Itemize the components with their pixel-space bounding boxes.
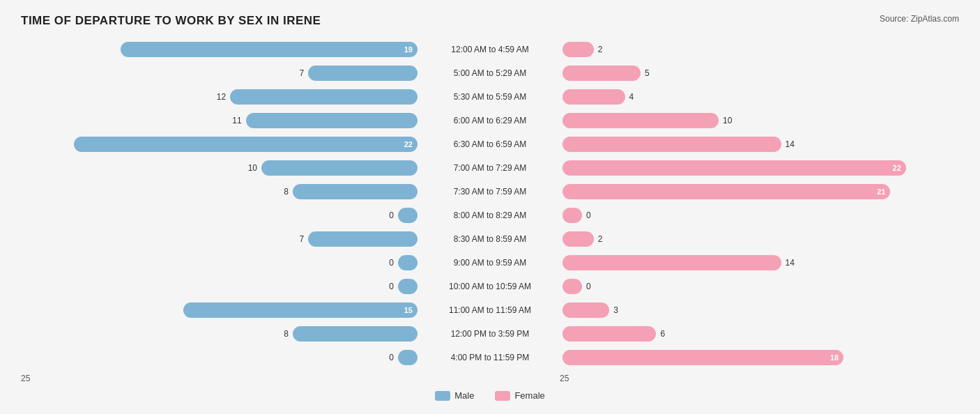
bar-male-value: 8 bbox=[276, 187, 289, 197]
bar-male bbox=[398, 350, 418, 365]
left-section: 0 bbox=[21, 279, 420, 294]
left-section: 0 bbox=[21, 208, 420, 223]
bar-female bbox=[562, 137, 781, 152]
bar-row: 116:00 AM to 6:29 AM10 bbox=[21, 110, 959, 131]
bar-row: 125:30 AM to 5:59 AM4 bbox=[21, 86, 959, 107]
bar-female bbox=[562, 42, 594, 57]
bar-female: 22 bbox=[562, 160, 906, 176]
bar-female-value: 18 bbox=[825, 353, 843, 362]
time-label: 12:00 PM to 3:59 PM bbox=[420, 329, 560, 339]
right-section: 21 bbox=[560, 184, 959, 199]
left-section: 8 bbox=[21, 326, 420, 342]
chart-container: TIME OF DEPARTURE TO WORK BY SEX IN IREN… bbox=[0, 0, 980, 414]
bar-male-value: 0 bbox=[381, 353, 394, 362]
bar-male bbox=[230, 89, 418, 105]
axis-left: 25 bbox=[21, 374, 423, 383]
right-section: 6 bbox=[560, 326, 959, 342]
time-label: 11:00 AM to 11:59 AM bbox=[420, 305, 560, 315]
bar-female bbox=[562, 255, 781, 270]
bar-row: 08:00 AM to 8:29 AM0 bbox=[21, 205, 959, 226]
legend-female-box bbox=[495, 391, 510, 401]
right-section: 3 bbox=[560, 302, 959, 318]
axis-left-max: 25 bbox=[21, 374, 30, 383]
axis-right: 25 bbox=[557, 374, 959, 383]
bar-male-value: 7 bbox=[291, 234, 304, 244]
bar-row: 010:00 AM to 10:59 AM0 bbox=[21, 276, 959, 297]
right-section: 2 bbox=[560, 42, 959, 57]
bar-male-value: 0 bbox=[381, 258, 394, 268]
chart-title: TIME OF DEPARTURE TO WORK BY SEX IN IREN… bbox=[21, 14, 321, 28]
bar-female-value: 2 bbox=[598, 45, 611, 54]
legend-male: Male bbox=[435, 390, 474, 401]
bar-male-value: 0 bbox=[381, 210, 394, 220]
legend-male-label: Male bbox=[454, 390, 474, 401]
bar-male: 19 bbox=[121, 42, 418, 57]
right-section: 10 bbox=[560, 113, 959, 128]
time-label: 8:30 AM to 8:59 AM bbox=[420, 234, 560, 244]
bar-male bbox=[293, 326, 418, 342]
bar-female bbox=[562, 66, 641, 81]
axis-row: 25 25 bbox=[21, 374, 959, 383]
bar-male bbox=[308, 231, 418, 247]
bar-female-value: 14 bbox=[786, 139, 798, 149]
bar-female bbox=[562, 113, 719, 128]
bar-male-value: 12 bbox=[213, 92, 226, 102]
bar-female-value: 14 bbox=[786, 258, 798, 268]
bar-female-value: 0 bbox=[586, 210, 599, 220]
bar-female bbox=[562, 89, 625, 105]
time-label: 7:00 AM to 7:29 AM bbox=[420, 163, 560, 173]
left-section: 7 bbox=[21, 231, 420, 247]
chart-body: 1912:00 AM to 4:59 AM275:00 AM to 5:29 A… bbox=[21, 39, 959, 368]
chart-source: Source: ZipAtlas.com bbox=[880, 14, 959, 24]
bar-row: 1912:00 AM to 4:59 AM2 bbox=[21, 39, 959, 60]
right-section: 14 bbox=[560, 137, 959, 152]
bar-female-value: 10 bbox=[723, 116, 735, 125]
time-label: 9:00 AM to 9:59 AM bbox=[420, 258, 560, 268]
bar-male-value: 10 bbox=[245, 163, 257, 173]
left-section: 7 bbox=[21, 66, 420, 81]
time-label: 12:00 AM to 4:59 AM bbox=[420, 45, 560, 54]
left-section: 0 bbox=[21, 350, 420, 365]
right-section: 2 bbox=[560, 231, 959, 247]
bar-female bbox=[562, 208, 582, 223]
bar-row: 09:00 AM to 9:59 AM14 bbox=[21, 252, 959, 273]
bar-female-value: 4 bbox=[629, 92, 642, 102]
bar-female-value: 22 bbox=[888, 164, 906, 172]
right-section: 22 bbox=[560, 160, 959, 176]
bar-male bbox=[293, 184, 418, 199]
bar-row: 1511:00 AM to 11:59 AM3 bbox=[21, 300, 959, 321]
left-section: 12 bbox=[21, 89, 420, 105]
right-section: 0 bbox=[560, 279, 959, 294]
bar-female-value: 3 bbox=[613, 305, 626, 315]
bar-male-value: 19 bbox=[399, 45, 418, 54]
bar-male: 15 bbox=[183, 302, 418, 318]
bar-male bbox=[398, 279, 418, 294]
bar-male-value: 8 bbox=[276, 329, 289, 339]
time-label: 5:30 AM to 5:59 AM bbox=[420, 92, 560, 102]
bar-male-value: 0 bbox=[381, 282, 394, 291]
left-section: 15 bbox=[21, 302, 420, 318]
time-label: 4:00 PM to 11:59 PM bbox=[420, 353, 560, 362]
bar-row: 75:00 AM to 5:29 AM5 bbox=[21, 63, 959, 84]
right-section: 0 bbox=[560, 208, 959, 223]
bar-male bbox=[308, 66, 418, 81]
legend: Male Female bbox=[21, 390, 959, 401]
bar-female bbox=[562, 326, 656, 342]
bar-female bbox=[562, 231, 594, 247]
bar-female-value: 6 bbox=[660, 329, 673, 339]
bar-male-value: 11 bbox=[229, 116, 242, 125]
time-label: 6:30 AM to 6:59 AM bbox=[420, 139, 560, 149]
bar-row: 226:30 AM to 6:59 AM14 bbox=[21, 134, 959, 155]
time-label: 7:30 AM to 7:59 AM bbox=[420, 187, 560, 197]
bar-row: 812:00 PM to 3:59 PM6 bbox=[21, 323, 959, 344]
left-section: 0 bbox=[21, 255, 420, 270]
left-section: 22 bbox=[21, 137, 420, 152]
bar-male: 22 bbox=[74, 137, 418, 152]
left-section: 11 bbox=[21, 113, 420, 128]
bar-row: 107:00 AM to 7:29 AM22 bbox=[21, 158, 959, 178]
bar-male bbox=[398, 255, 418, 270]
bar-male bbox=[246, 113, 418, 128]
bar-row: 04:00 PM to 11:59 PM18 bbox=[21, 347, 959, 368]
left-section: 10 bbox=[21, 160, 420, 176]
time-label: 10:00 AM to 10:59 AM bbox=[420, 282, 560, 291]
